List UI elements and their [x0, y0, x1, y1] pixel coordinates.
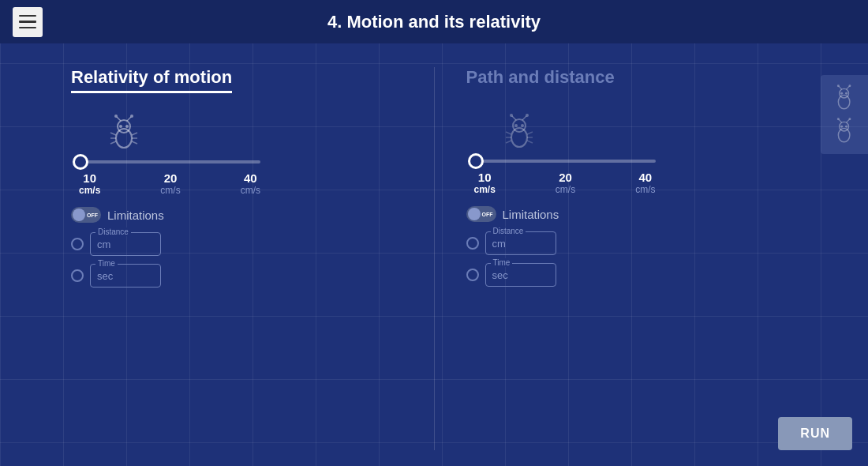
speed-10-right: 10 cm/s — [474, 171, 496, 195]
distance-radio-left[interactable] — [71, 238, 84, 250]
distance-label-left: Distance — [95, 227, 131, 236]
slider-thumb-left[interactable] — [73, 154, 88, 170]
time-label-right: Time — [491, 258, 513, 267]
svg-line-25 — [527, 132, 533, 134]
distance-field-left[interactable]: Distance cm — [90, 232, 161, 256]
speed-labels-left: 10 cm/s 20 cm/s 40 cm/s — [79, 171, 260, 196]
menu-line-3 — [19, 27, 36, 29]
speed-20-right: 20 cm/s — [556, 171, 575, 195]
svg-point-6 — [119, 125, 122, 128]
panel-title-path: Path and distance — [466, 67, 798, 88]
svg-line-13 — [132, 141, 137, 144]
svg-line-2 — [117, 117, 121, 121]
bug-character-left — [103, 113, 146, 152]
svg-point-39 — [837, 118, 840, 120]
time-input-row-right: Time sec — [466, 263, 798, 287]
limitations-label-left: Limitations — [107, 209, 164, 222]
svg-point-21 — [521, 124, 524, 127]
svg-point-0 — [116, 129, 132, 148]
side-bug-bottom — [829, 116, 860, 146]
page-title: 4. Motion and its relativity — [327, 12, 541, 32]
slider-track-right — [474, 160, 656, 163]
app-header: 4. Motion and its relativity — [0, 0, 868, 43]
svg-point-42 — [840, 126, 843, 128]
menu-button[interactable] — [13, 7, 43, 37]
speed-20-left: 20 cm/s — [160, 171, 180, 196]
side-bug-top — [829, 83, 860, 113]
time-radio-left[interactable] — [71, 269, 84, 282]
svg-point-35 — [845, 92, 847, 95]
bug-character-right — [498, 112, 541, 152]
bug-area-right — [466, 108, 798, 152]
menu-line-1 — [19, 15, 36, 17]
distance-label-right: Distance — [491, 227, 526, 235]
panel-relativity: Relativity of motion — [47, 67, 426, 450]
distance-input-row-left: Distance cm — [71, 232, 402, 256]
run-button[interactable]: RUN — [778, 417, 852, 450]
svg-point-36 — [838, 128, 850, 141]
time-input-row-left: Time sec — [71, 264, 402, 287]
distance-value-left: cm — [97, 238, 154, 252]
speed-slider-right[interactable]: 10 cm/s 20 cm/s 40 cm/s — [466, 160, 798, 195]
svg-point-7 — [125, 125, 129, 128]
distance-value-right: cm — [492, 237, 549, 251]
distance-input-row-right: Distance cm — [466, 231, 798, 255]
menu-line-2 — [19, 21, 36, 23]
svg-line-38 — [839, 119, 842, 122]
svg-point-19 — [526, 114, 529, 117]
side-panel — [821, 75, 868, 154]
svg-line-24 — [506, 141, 511, 143]
svg-line-16 — [512, 116, 516, 120]
speed-40-left: 40 cm/s — [241, 171, 260, 196]
svg-line-27 — [527, 141, 533, 143]
svg-line-22 — [506, 132, 511, 134]
svg-point-3 — [114, 115, 118, 118]
limitations-row-left: Limitations — [71, 207, 402, 223]
bug-area-left — [71, 109, 402, 152]
svg-point-43 — [845, 126, 847, 128]
svg-point-41 — [848, 118, 851, 120]
svg-line-30 — [839, 86, 842, 89]
distance-field-right[interactable]: Distance cm — [485, 231, 556, 255]
panel-path: Path and distance — [443, 67, 821, 450]
time-field-right[interactable]: Time sec — [485, 263, 556, 287]
speed-slider-left[interactable]: 10 cm/s 20 cm/s 40 cm/s — [71, 160, 402, 196]
time-value-left: sec — [97, 269, 154, 284]
svg-point-17 — [510, 114, 513, 117]
slider-thumb-right[interactable] — [468, 153, 484, 169]
svg-line-11 — [132, 133, 137, 135]
svg-point-33 — [848, 85, 851, 87]
limitations-toggle-right[interactable] — [466, 206, 496, 222]
svg-point-28 — [838, 95, 850, 108]
svg-line-8 — [110, 133, 116, 135]
speed-40-right: 40 cm/s — [635, 171, 655, 195]
speed-labels-right: 10 cm/s 20 cm/s 40 cm/s — [474, 171, 656, 195]
slider-track-left — [79, 160, 260, 163]
limitations-label-right: Limitations — [503, 208, 559, 221]
speed-10-left: 10 cm/s — [79, 171, 100, 196]
panel-title-relativity: Relativity of motion — [71, 67, 232, 93]
time-label-left: Time — [95, 259, 118, 268]
svg-point-5 — [130, 115, 133, 118]
limitations-toggle-left[interactable] — [71, 207, 101, 223]
svg-point-34 — [840, 92, 843, 95]
svg-point-20 — [514, 124, 518, 127]
svg-line-40 — [847, 119, 850, 122]
svg-line-4 — [127, 117, 131, 121]
time-value-right: sec — [492, 269, 549, 283]
distance-radio-right[interactable] — [466, 237, 479, 250]
svg-point-14 — [511, 128, 527, 147]
svg-line-10 — [110, 141, 116, 144]
limitations-row-right: Limitations — [466, 206, 798, 222]
time-field-left[interactable]: Time sec — [90, 264, 161, 287]
svg-line-32 — [847, 86, 850, 89]
svg-point-31 — [837, 85, 840, 87]
svg-line-18 — [522, 116, 526, 120]
panel-divider — [434, 67, 435, 450]
main-content: Relativity of motion — [0, 43, 868, 466]
time-radio-right[interactable] — [466, 269, 479, 281]
